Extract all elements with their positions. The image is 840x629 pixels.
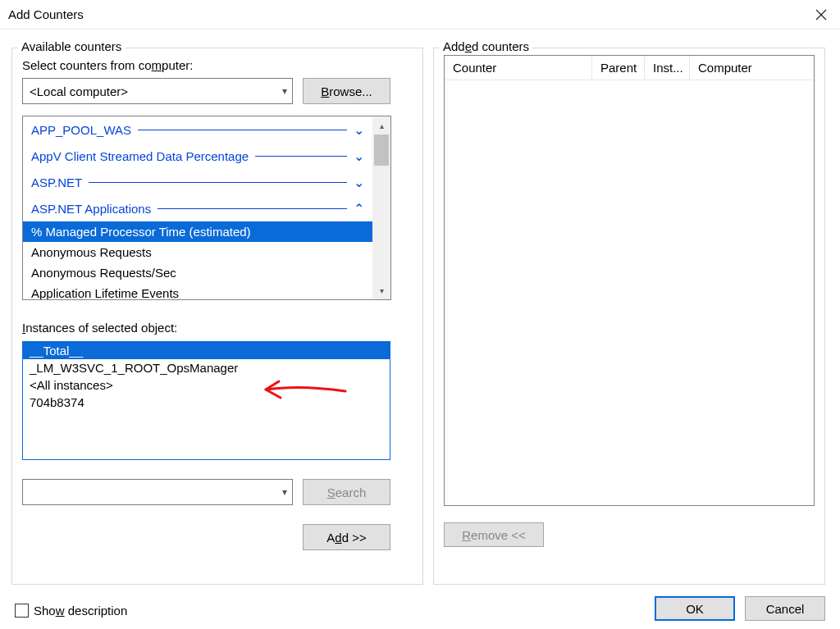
add-button[interactable]: Add >> <box>303 524 390 550</box>
window-title: Add Counters <box>8 7 84 21</box>
counter-item[interactable]: Application Lifetime Events <box>23 283 372 300</box>
counter-item[interactable]: Anonymous Requests <box>23 242 372 262</box>
show-description-checkbox[interactable]: Show description <box>15 604 127 618</box>
add-counters-dialog: Add Counters Available counters Select c… <box>0 0 840 629</box>
counters-list-inner: APP_POOL_WAS ⌄ AppV Client Streamed Data… <box>23 116 372 299</box>
table-header: Counter Parent Inst... Computer <box>445 56 814 80</box>
col-counter[interactable]: Counter <box>445 56 592 80</box>
instance-item[interactable]: 704b8374 <box>23 394 390 411</box>
counter-category[interactable]: ASP.NET Applications ⌃ <box>23 195 372 221</box>
counter-item[interactable]: Anonymous Requests/Sec <box>23 262 372 283</box>
remove-button[interactable]: Remove << <box>444 522 544 547</box>
chevron-down-icon: ▾ <box>282 85 287 97</box>
chevron-up-icon: ⌃ <box>354 201 364 217</box>
col-parent[interactable]: Parent <box>592 56 645 80</box>
chevron-down-icon: ⌄ <box>354 175 364 190</box>
instances-label: Instances of selected object: <box>22 321 177 335</box>
computer-combo-value: <Local computer> <box>30 84 128 98</box>
computer-combo[interactable]: <Local computer> ▾ <box>22 78 293 104</box>
instances-listbox[interactable]: __Total__ _LM_W3SVC_1_ROOT_OpsManager <A… <box>22 341 390 460</box>
counter-category[interactable]: ASP.NET ⌄ <box>23 169 372 195</box>
added-counters-table[interactable]: Counter Parent Inst... Computer <box>444 55 815 506</box>
added-counters-label: Added counters <box>440 39 532 53</box>
search-combo[interactable]: ▾ <box>22 479 293 505</box>
select-computer-label: Select counters from computer: <box>22 58 193 72</box>
titlebar: Add Counters <box>0 0 840 30</box>
available-counters-group: Available counters Select counters from … <box>11 48 423 585</box>
instance-item[interactable]: __Total__ <box>23 342 390 359</box>
counters-listbox[interactable]: APP_POOL_WAS ⌄ AppV Client Streamed Data… <box>22 116 391 300</box>
ok-button[interactable]: OK <box>655 596 735 621</box>
available-counters-label: Available counters <box>18 39 125 53</box>
chevron-down-icon: ▾ <box>282 486 287 498</box>
chevron-down-icon: ⌄ <box>354 148 364 164</box>
added-counters-group: Added counters Counter Parent Inst... Co… <box>433 48 825 585</box>
scroll-up-icon[interactable]: ▴ <box>372 116 390 134</box>
col-instance[interactable]: Inst... <box>645 56 690 80</box>
counter-category[interactable]: AppV Client Streamed Data Percentage ⌄ <box>23 143 372 169</box>
show-description-label: Show description <box>34 604 127 618</box>
counter-category[interactable]: APP_POOL_WAS ⌄ <box>23 116 372 143</box>
instance-item[interactable]: _LM_W3SVC_1_ROOT_OpsManager <box>23 359 390 376</box>
search-button[interactable]: Search <box>303 479 390 505</box>
chevron-down-icon: ⌄ <box>354 122 364 138</box>
dialog-body: Available counters Select counters from … <box>0 30 840 588</box>
col-computer[interactable]: Computer <box>690 56 814 80</box>
counter-item[interactable]: % Managed Processor Time (estimated) <box>23 221 372 242</box>
instance-item[interactable]: <All instances> <box>23 376 390 394</box>
scroll-down-icon[interactable]: ▾ <box>372 281 390 299</box>
checkbox-icon[interactable] <box>15 604 29 618</box>
browse-button[interactable]: Browse... <box>303 78 390 104</box>
scroll-thumb[interactable] <box>374 134 389 166</box>
cancel-button[interactable]: Cancel <box>745 596 825 621</box>
close-icon <box>815 9 827 21</box>
close-button[interactable] <box>802 0 840 30</box>
scrollbar[interactable]: ▴ ▾ <box>372 116 390 299</box>
